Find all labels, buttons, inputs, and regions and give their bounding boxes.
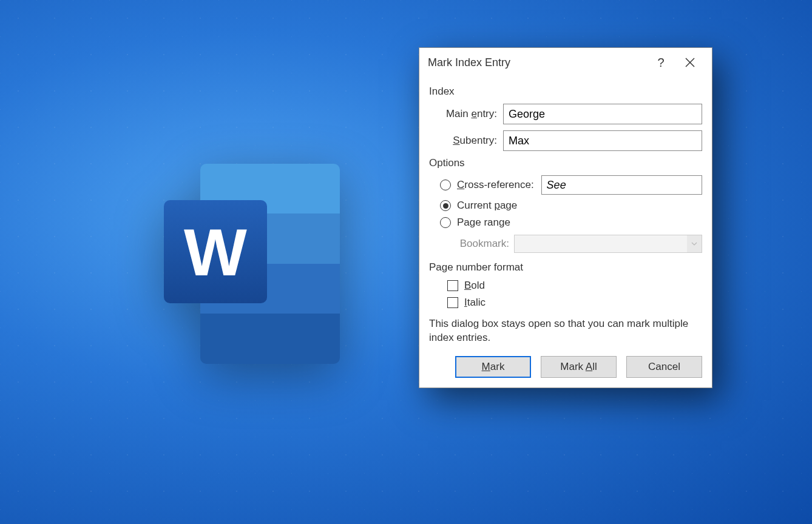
mark-button[interactable]: Mark <box>455 356 531 378</box>
index-section-label: Index <box>429 86 702 98</box>
cross-reference-input[interactable] <box>541 175 702 195</box>
subentry-input[interactable] <box>503 130 702 151</box>
italic-label: Italic <box>464 297 486 309</box>
cross-reference-radio[interactable] <box>440 180 451 190</box>
word-badge: W <box>164 200 267 303</box>
page-format-section-label: Page number format <box>429 261 702 274</box>
italic-row: Italic <box>429 297 702 309</box>
bold-row: Bold <box>429 280 702 292</box>
mark-index-entry-dialog: Mark Index Entry ? Index Main entry: Sub… <box>419 47 712 388</box>
dialog-titlebar[interactable]: Mark Index Entry ? <box>419 48 712 77</box>
current-page-row: Current page <box>429 200 702 212</box>
dialog-note: This dialog box stays open so that you c… <box>429 317 702 345</box>
bookmark-combo <box>514 235 702 253</box>
bookmark-label: Bookmark: <box>453 238 514 250</box>
current-page-radio[interactable] <box>440 200 451 211</box>
main-entry-row: Main entry: <box>429 104 702 124</box>
subentry-label: Subentry: <box>429 135 503 147</box>
italic-checkbox[interactable] <box>447 297 458 308</box>
button-row: Mark Mark All Cancel <box>429 356 702 378</box>
options-section-label: Options <box>429 157 702 169</box>
subentry-row: Subentry: <box>429 130 702 151</box>
close-icon <box>685 58 695 67</box>
dialog-title: Mark Index Entry <box>428 56 646 69</box>
chevron-down-icon <box>687 235 702 252</box>
close-button[interactable] <box>675 48 705 77</box>
word-app-icon: W <box>130 164 331 364</box>
bookmark-row: Bookmark: <box>429 235 702 253</box>
page-range-row: Page range <box>429 217 702 229</box>
cancel-button[interactable]: Cancel <box>626 356 702 378</box>
bold-label: Bold <box>464 280 485 292</box>
help-button[interactable]: ? <box>646 48 675 77</box>
mark-all-button[interactable]: Mark All <box>541 356 617 378</box>
cross-reference-label: Cross-reference: <box>457 179 534 191</box>
cross-reference-row: Cross-reference: <box>429 175 702 195</box>
current-page-label: Current page <box>457 200 517 212</box>
main-entry-label: Main entry: <box>429 108 503 120</box>
bold-checkbox[interactable] <box>447 280 458 291</box>
page-range-radio[interactable] <box>440 217 451 228</box>
page-range-label: Page range <box>457 217 510 229</box>
main-entry-input[interactable] <box>503 104 702 124</box>
